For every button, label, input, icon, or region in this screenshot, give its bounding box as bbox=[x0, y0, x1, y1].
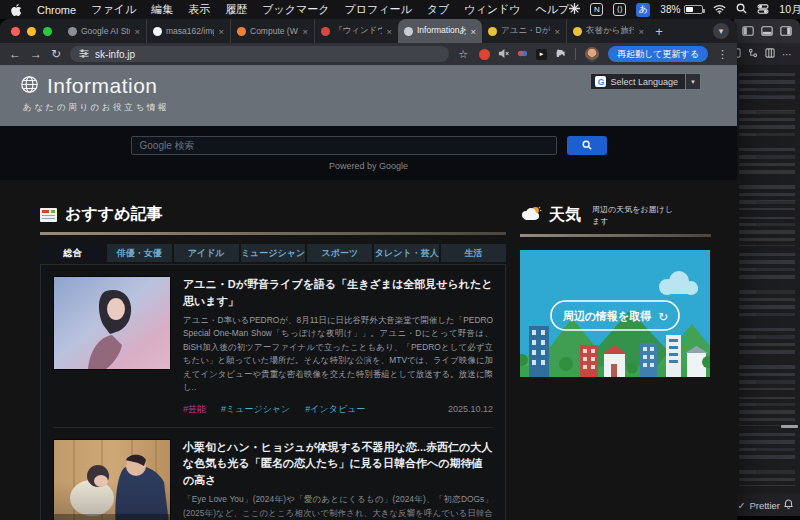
tab-title: アユニ・Dが野音 bbox=[501, 25, 550, 37]
site-tagline: あなたの周りのお役立ち情報 bbox=[23, 102, 737, 114]
search-input[interactable] bbox=[131, 136, 557, 155]
article-list: アユニ・Dが野音ライブを語る「生きざまは全部見せられたと思います」 アユニ・D率… bbox=[40, 264, 506, 520]
language-dropdown-arrow-icon[interactable]: ▼ bbox=[685, 74, 700, 89]
input-method-icon[interactable]: あ bbox=[636, 3, 650, 17]
site-logo-icon bbox=[20, 75, 39, 98]
source-control-icon[interactable] bbox=[748, 48, 758, 60]
category-tab[interactable]: ミュージシャン bbox=[241, 244, 306, 262]
tab-close-icon[interactable]: × bbox=[470, 26, 476, 37]
notion-menu-icon[interactable]: N bbox=[590, 3, 603, 16]
category-tab[interactable]: タレント・芸人 bbox=[374, 244, 439, 262]
bookmark-star-icon[interactable]: ☆ bbox=[458, 48, 468, 61]
menubar-menu[interactable]: プロフィール bbox=[344, 2, 411, 17]
tag-link[interactable]: #芸能 bbox=[183, 403, 206, 416]
category-tab[interactable]: 俳優・女優 bbox=[107, 244, 172, 262]
category-tab[interactable]: 生活 bbox=[441, 244, 506, 262]
tab-close-icon[interactable]: × bbox=[302, 26, 308, 37]
dark-extension-icon[interactable]: ▸ bbox=[536, 49, 547, 60]
article-thumbnail[interactable] bbox=[53, 439, 171, 520]
site-settings-icon[interactable] bbox=[79, 49, 89, 60]
browser-toolbar: ← → ↻ sk-info.jp ☆ ▸ 再起動して更新する ⋮ bbox=[0, 43, 737, 65]
new-tab-button[interactable]: + bbox=[650, 24, 668, 39]
tab-close-icon[interactable]: × bbox=[554, 26, 560, 37]
dev-menu-icon[interactable]: ⟨⟩ bbox=[613, 3, 626, 16]
article-item: 小栗旬とハン・ヒョジュが体現する不器用な恋...赤西仁の大人な色気も光る「匿名の… bbox=[53, 439, 493, 520]
extensions-puzzle-icon[interactable] bbox=[555, 45, 566, 63]
editor-scrollbar[interactable] bbox=[781, 425, 798, 428]
powered-by-text: Powered by Google bbox=[329, 161, 408, 171]
colorful-extension-icon[interactable] bbox=[517, 45, 528, 63]
apple-icon[interactable] bbox=[10, 3, 22, 17]
language-selector[interactable]: G Select Language ▼ bbox=[590, 73, 701, 90]
wifi-icon[interactable] bbox=[713, 4, 726, 16]
prettier-status[interactable]: Prettier bbox=[749, 500, 780, 511]
article-tags: #芸能 #ミュージシャン #インタビュー bbox=[183, 403, 365, 416]
category-tab[interactable]: スポーツ bbox=[307, 244, 372, 262]
browser-tab[interactable]: Google AI Studi × bbox=[62, 19, 146, 43]
category-tabs: 総合 俳優・女優 アイドル ミュージシャン スポーツ タレント・芸人 生活 bbox=[40, 244, 506, 262]
search-icon bbox=[582, 140, 592, 150]
tab-search-button[interactable]: ▾ bbox=[713, 23, 729, 39]
article-thumbnail[interactable] bbox=[53, 276, 171, 370]
notifications-bell-icon[interactable] bbox=[784, 499, 793, 511]
section-underline bbox=[40, 232, 506, 235]
article-title[interactable]: アユニ・Dが野音ライブを語る「生きざまは全部見せられたと思います」 bbox=[183, 276, 493, 309]
pinwheel-icon[interactable] bbox=[569, 3, 580, 16]
menubar-menu[interactable]: 編集 bbox=[151, 2, 173, 17]
menubar-menu[interactable]: ヘルプ bbox=[536, 2, 570, 17]
vscode-editor[interactable] bbox=[734, 65, 800, 494]
tab-close-icon[interactable]: × bbox=[386, 26, 392, 37]
close-window-button[interactable] bbox=[11, 27, 20, 36]
address-bar[interactable]: sk-info.jp bbox=[70, 46, 449, 62]
menubar-menu[interactable]: 履歴 bbox=[225, 2, 247, 17]
profile-avatar[interactable] bbox=[585, 47, 599, 62]
menubar-menu[interactable]: ブックマーク bbox=[262, 2, 329, 17]
split-editor-icon[interactable] bbox=[765, 48, 775, 60]
menubar-menu[interactable]: タブ bbox=[427, 2, 450, 17]
toggle-sidebar-icon[interactable] bbox=[742, 22, 754, 40]
menubar-menu[interactable]: ファイル bbox=[91, 2, 136, 17]
article-excerpt: 「Eye Love You」(2024年)や「愛のあとにくるもの」(2024年)… bbox=[183, 493, 493, 520]
window-controls bbox=[0, 19, 62, 43]
browser-tab[interactable]: アユニ・Dが野音 × bbox=[482, 19, 566, 43]
browser-menu-icon[interactable]: ⋮ bbox=[717, 48, 728, 61]
browser-tab[interactable]: Compute (Work × bbox=[230, 19, 314, 43]
get-location-button-label[interactable]: 周辺の情報を取得 bbox=[562, 310, 652, 322]
category-tab[interactable]: アイドル bbox=[174, 244, 239, 262]
toggle-secondary-sidebar-icon[interactable] bbox=[780, 22, 792, 40]
search-button[interactable] bbox=[567, 136, 607, 155]
menubar-clock[interactable]: 10月13日(月) 8:54 bbox=[779, 3, 800, 17]
mute-extension-icon[interactable] bbox=[498, 45, 509, 63]
tag-link[interactable]: #インタビュー bbox=[305, 403, 365, 416]
weather-widget[interactable]: 周辺の情報を取得 ↻ bbox=[520, 250, 710, 377]
tab-close-icon[interactable]: × bbox=[134, 26, 140, 37]
menubar-menu[interactable]: ウィンドウ bbox=[464, 2, 520, 17]
forward-button[interactable]: → bbox=[30, 48, 42, 60]
more-actions-icon[interactable]: ⋯ bbox=[782, 49, 792, 60]
update-chrome-button[interactable]: 再起動して更新する bbox=[608, 46, 708, 62]
browser-tab[interactable]: 衣替から旅行、グ × bbox=[566, 19, 650, 43]
adblock-extension-icon[interactable] bbox=[479, 49, 490, 60]
minimize-window-button[interactable] bbox=[27, 27, 36, 36]
toggle-panel-icon[interactable] bbox=[761, 22, 773, 40]
reload-button[interactable]: ↻ bbox=[51, 48, 61, 60]
zoom-window-button[interactable] bbox=[43, 27, 52, 36]
tag-link[interactable]: #ミュージシャン bbox=[221, 403, 290, 416]
tab-close-icon[interactable]: × bbox=[218, 26, 224, 37]
control-center-icon[interactable] bbox=[757, 4, 769, 16]
browser-tab[interactable]: masa162/imgba × bbox=[146, 19, 230, 43]
battery-indicator[interactable]: 38% bbox=[660, 4, 703, 15]
vscode-editor-actions: ⋯ bbox=[734, 43, 800, 65]
back-button[interactable]: ← bbox=[9, 48, 21, 60]
article-title[interactable]: 小栗旬とハン・ヒョジュが体現する不器用な恋...赤西仁の大人な色気も光る「匿名の… bbox=[183, 439, 493, 489]
spotlight-search-icon[interactable] bbox=[736, 3, 747, 16]
menubar-menu[interactable]: 表示 bbox=[188, 2, 210, 17]
toolbar-divider bbox=[575, 48, 576, 60]
macos-menubar: Chromeファイル編集表示履歴ブックマークプロフィールタブウィンドウヘルプ N… bbox=[0, 0, 800, 19]
menubar-menu[interactable]: Chrome bbox=[37, 4, 76, 16]
tab-close-icon[interactable]: × bbox=[638, 26, 644, 37]
prettier-check: ✓ bbox=[737, 500, 745, 511]
browser-tab[interactable]: 『ウィンドウズ10 × bbox=[314, 19, 398, 43]
category-tab[interactable]: 総合 bbox=[40, 244, 105, 262]
browser-tab[interactable]: Informationあな × bbox=[398, 19, 482, 43]
